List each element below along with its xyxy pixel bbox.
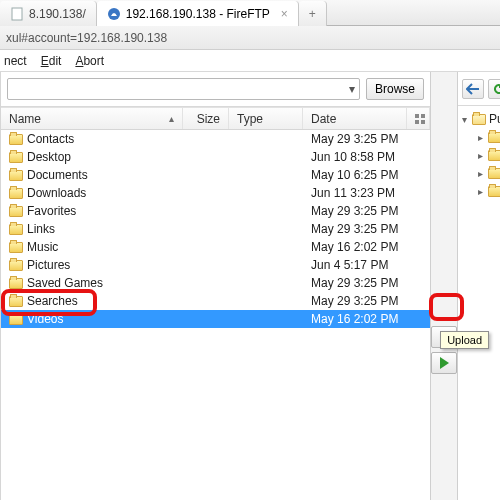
browser-tabstrip: 8.190.138/ 192.168.190.138 - FireFTP × + <box>0 0 500 26</box>
list-item[interactable]: Saved GamesMay 29 3:25 PM <box>1 274 430 292</box>
file-date: May 29 3:25 PM <box>303 294 407 308</box>
column-headers: Name ▴ Size Type Date <box>1 108 430 130</box>
remote-root-label: Pu <box>489 112 500 126</box>
file-date: Jun 11 3:23 PM <box>303 186 407 200</box>
close-icon[interactable]: × <box>281 7 288 21</box>
list-item[interactable]: ContactsMay 29 3:25 PM <box>1 130 430 148</box>
list-item[interactable]: FavoritesMay 29 3:25 PM <box>1 202 430 220</box>
folder-icon <box>9 224 23 235</box>
file-name: Links <box>27 222 55 236</box>
menu-abort[interactable]: Abort <box>75 54 104 68</box>
local-panel: ▾ Browse Name ▴ Size Type Date ContactsM… <box>1 72 431 500</box>
folder-icon <box>9 188 23 199</box>
list-item[interactable]: DownloadsJun 11 3:23 PM <box>1 184 430 202</box>
list-item[interactable]: PicturesJun 4 5:17 PM <box>1 256 430 274</box>
folder-icon <box>488 168 500 179</box>
tree-collapsed-icon: ▸ <box>476 186 485 197</box>
svg-rect-3 <box>421 114 425 118</box>
folder-icon <box>9 170 23 181</box>
column-picker-icon <box>415 114 425 124</box>
file-date: May 16 2:02 PM <box>303 240 407 254</box>
browse-label: Browse <box>375 82 415 96</box>
file-date: May 29 3:25 PM <box>303 132 407 146</box>
menu-connect[interactable]: nect <box>4 54 27 68</box>
file-date: May 29 3:25 PM <box>303 204 407 218</box>
remote-tree-node[interactable]: ▸M <box>476 164 500 182</box>
file-name: Music <box>27 240 58 254</box>
menu-edit[interactable]: Edit <box>41 54 62 68</box>
sort-asc-icon: ▴ <box>169 113 174 124</box>
list-item[interactable]: DocumentsMay 10 6:25 PM <box>1 166 430 184</box>
list-item[interactable]: DesktopJun 10 8:58 PM <box>1 148 430 166</box>
tree-collapsed-icon: ▸ <box>476 132 485 143</box>
tab-2[interactable]: 192.168.190.138 - FireFTP × <box>97 1 299 26</box>
remote-tree-node[interactable]: ▸A <box>476 128 500 146</box>
folder-icon <box>9 152 23 163</box>
tree-collapsed-icon: ▸ <box>476 168 485 179</box>
remote-toolbar <box>458 72 500 106</box>
column-size[interactable]: Size <box>183 108 229 129</box>
list-item[interactable]: MusicMay 16 2:02 PM <box>1 238 430 256</box>
remote-root-node[interactable]: ▾ Pu <box>460 110 500 128</box>
file-name: Saved Games <box>27 276 103 290</box>
tab-label: 8.190.138/ <box>29 7 86 21</box>
remote-tree: ▾ Pu ▸A▸D▸M▸U <box>458 106 500 204</box>
remote-refresh-button[interactable] <box>488 79 500 99</box>
page-icon <box>10 7 24 21</box>
folder-icon <box>9 206 23 217</box>
local-path-dropdown[interactable]: ▾ <box>7 78 360 100</box>
url-bar: xul#account=192.168.190.138 <box>0 26 500 50</box>
folder-icon <box>9 260 23 271</box>
file-name: Documents <box>27 168 88 182</box>
folder-icon <box>9 296 23 307</box>
column-type[interactable]: Type <box>229 108 303 129</box>
upload-button[interactable] <box>431 352 457 374</box>
folder-icon <box>488 132 500 143</box>
folder-icon <box>488 150 500 161</box>
list-item[interactable]: SearchesMay 29 3:25 PM <box>1 292 430 310</box>
column-picker[interactable] <box>407 108 430 129</box>
remote-panel: ▾ Pu ▸A▸D▸M▸U <box>458 72 500 500</box>
folder-icon <box>9 278 23 289</box>
menubar: nect Edit Abort <box>0 50 500 72</box>
folder-icon <box>9 242 23 253</box>
file-date: May 29 3:25 PM <box>303 222 407 236</box>
file-date: May 29 3:25 PM <box>303 276 407 290</box>
column-name[interactable]: Name ▴ <box>1 108 183 129</box>
tree-collapsed-icon: ▸ <box>476 150 485 161</box>
arrow-right-icon <box>440 357 449 369</box>
svg-rect-4 <box>415 120 419 124</box>
folder-icon <box>9 314 23 325</box>
list-item[interactable]: LinksMay 29 3:25 PM <box>1 220 430 238</box>
list-item[interactable]: VideosMay 16 2:02 PM <box>1 310 430 328</box>
chevron-down-icon: ▾ <box>349 82 355 96</box>
local-listing: Name ▴ Size Type Date ContactsMay 29 3:2… <box>1 107 430 500</box>
file-date: Jun 4 5:17 PM <box>303 258 407 272</box>
new-tab-button[interactable]: + <box>299 1 327 26</box>
file-date: May 10 6:25 PM <box>303 168 407 182</box>
tree-expanded-icon: ▾ <box>460 114 469 125</box>
remote-tree-node[interactable]: ▸D <box>476 146 500 164</box>
url-text: xul#account=192.168.190.138 <box>6 31 167 45</box>
svg-rect-0 <box>12 8 22 20</box>
tab-label: 192.168.190.138 - FireFTP <box>126 7 270 21</box>
tab-1[interactable]: 8.190.138/ <box>0 1 97 26</box>
remote-back-button[interactable] <box>462 79 484 99</box>
file-name: Favorites <box>27 204 76 218</box>
file-name: Desktop <box>27 150 71 164</box>
file-date: May 16 2:02 PM <box>303 312 407 326</box>
browse-button[interactable]: Browse <box>366 78 424 100</box>
upload-tooltip: Upload <box>440 331 489 349</box>
file-name: Contacts <box>27 132 74 146</box>
file-name: Downloads <box>27 186 86 200</box>
folder-icon <box>472 114 486 125</box>
column-date[interactable]: Date <box>303 108 407 129</box>
file-name: Pictures <box>27 258 70 272</box>
remote-tree-node[interactable]: ▸U <box>476 182 500 200</box>
file-name: Searches <box>27 294 78 308</box>
folder-icon <box>488 186 500 197</box>
file-date: Jun 10 8:58 PM <box>303 150 407 164</box>
file-name: Videos <box>27 312 63 326</box>
folder-icon <box>9 134 23 145</box>
fireftp-icon <box>107 7 121 21</box>
